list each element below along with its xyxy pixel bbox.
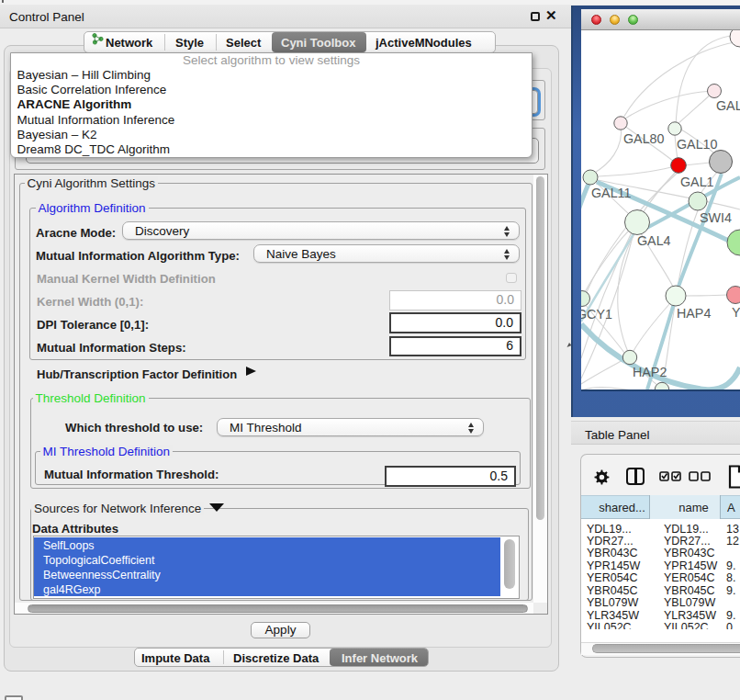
svg-text:GAL7: GAL7 — [716, 98, 740, 113]
svg-text:GAL10: GAL10 — [677, 137, 718, 152]
svg-text:GAL11: GAL11 — [591, 186, 631, 200]
svg-text:YJ: YJ — [732, 305, 740, 320]
svg-text:SWI4: SWI4 — [700, 210, 732, 225]
svg-text:HAP4: HAP4 — [677, 306, 711, 321]
svg-text:HAP2: HAP2 — [633, 365, 667, 379]
svg-text:GCY1: GCY1 — [581, 307, 612, 322]
svg-text:GAL4: GAL4 — [637, 233, 671, 248]
svg-text:GAL1: GAL1 — [680, 175, 714, 189]
svg-text:GAL80: GAL80 — [623, 131, 665, 146]
